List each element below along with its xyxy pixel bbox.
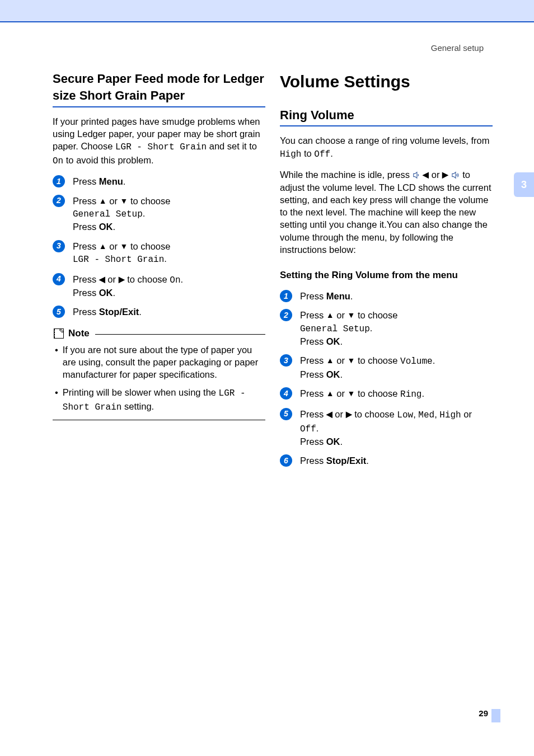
- step-text: Press ◀ or ▶ to choose On. Press OK.: [73, 273, 265, 299]
- bold: OK: [326, 369, 340, 379]
- right-p1: You can choose a range of ring volume le…: [280, 134, 493, 161]
- text: Press: [73, 222, 99, 232]
- text: Press: [73, 288, 99, 298]
- text: to adjust the volume level. The LCD show…: [280, 170, 491, 255]
- right-column: Volume Settings Ring Volume You can choo…: [280, 67, 493, 473]
- list-item: 4 Press ▲ or ▼ to choose Ring.: [280, 387, 493, 401]
- text: .: [421, 388, 424, 398]
- text: .: [366, 456, 369, 466]
- bullet-icon: •: [55, 386, 58, 414]
- text: to choose: [355, 310, 397, 320]
- code: On: [53, 156, 63, 166]
- code: On: [170, 275, 180, 285]
- text: Press: [73, 274, 99, 284]
- text: to choose: [128, 196, 170, 206]
- text: Press: [73, 176, 99, 186]
- text: .: [433, 355, 435, 365]
- text: .: [113, 288, 116, 298]
- step-text: Press Menu.: [73, 175, 265, 187]
- step-bullet-5: 5: [280, 408, 292, 420]
- code: Off: [314, 149, 330, 159]
- step-bullet-2: 2: [53, 195, 65, 207]
- text: .: [123, 176, 126, 186]
- svg-marker-1: [452, 172, 456, 179]
- text: .: [340, 336, 343, 346]
- list-item: 5 Press Stop/Exit.: [53, 306, 265, 318]
- header-category: General setup: [0, 43, 484, 54]
- list-item: 4 Press ◀ or ▶ to choose On. Press OK.: [53, 273, 265, 299]
- step-text: Press Stop/Exit.: [73, 306, 265, 318]
- code: Volume: [400, 356, 433, 367]
- up-arrow-icon: ▲: [99, 197, 107, 205]
- bold: OK: [326, 336, 340, 346]
- page: General setup 3 Secure Paper Feed mode f…: [0, 0, 534, 756]
- text: You can choose a range of ring volume le…: [280, 135, 490, 145]
- text: Press: [300, 369, 326, 379]
- text: Press: [300, 388, 326, 398]
- list-item: 2 Press ▲ or ▼ to choose General Setup. …: [280, 309, 493, 348]
- text: .: [340, 436, 343, 447]
- text: to choose: [355, 388, 400, 398]
- bold: Menu: [326, 291, 350, 301]
- right-title: Volume Settings: [280, 71, 493, 93]
- list-item: 3 Press ▲ or ▼ to choose LGR - Short Gra…: [53, 240, 265, 266]
- text: Press: [300, 336, 326, 346]
- code: LGR - Short Grain: [115, 142, 207, 152]
- text: or: [334, 355, 348, 365]
- up-arrow-icon: ▲: [326, 311, 334, 319]
- note-icon: [54, 328, 64, 339]
- bold: OK: [99, 288, 113, 298]
- step-bullet-3: 3: [53, 240, 65, 252]
- bold: Stop/Exit: [326, 456, 367, 466]
- step-bullet-5: 5: [53, 306, 65, 318]
- text: or: [432, 170, 442, 180]
- text: Press: [300, 456, 326, 466]
- note-header: Note: [54, 327, 265, 340]
- right-arrow-icon: ▶: [442, 171, 448, 179]
- corner-decoration: [491, 709, 500, 722]
- step-text: Press ▲ or ▼ to choose Volume. Press OK.: [300, 354, 493, 381]
- code: Off: [300, 424, 316, 434]
- top-band: [0, 0, 534, 22]
- text: .: [113, 222, 116, 232]
- text: Press: [300, 409, 326, 419]
- step-text: Press ▲ or ▼ to choose Ring.: [300, 387, 493, 401]
- code: LGR - Short Grain: [73, 255, 164, 265]
- content: Secure Paper Feed mode for Ledger size S…: [0, 54, 534, 473]
- code: Ring: [400, 389, 421, 400]
- list-item: 1 Press Menu.: [280, 290, 493, 302]
- text: to avoid this problem.: [63, 155, 153, 165]
- text: to choose: [355, 355, 400, 365]
- right-p2: While the machine is idle, press ◀ or ▶ …: [280, 168, 493, 256]
- text: .: [181, 274, 184, 284]
- code: General Setup: [300, 324, 370, 334]
- text: Printing will be slower when using the L…: [63, 386, 265, 414]
- down-arrow-icon: ▼: [347, 356, 355, 364]
- text: or: [334, 310, 348, 320]
- side-tab: 3: [514, 172, 534, 197]
- step-bullet-1: 1: [280, 290, 292, 302]
- code: Low: [397, 410, 413, 420]
- down-arrow-icon: ▼: [120, 197, 128, 205]
- text: .: [316, 423, 319, 433]
- text: Press: [300, 436, 326, 447]
- list-item: 2 Press ▲ or ▼ to choose General Setup. …: [53, 195, 265, 233]
- text: or: [105, 274, 119, 284]
- right-arrow-icon: ▶: [119, 275, 125, 283]
- page-number: 29: [479, 708, 488, 719]
- step-text: Press Menu.: [300, 290, 493, 302]
- step-text: Press ▲ or ▼ to choose LGR - Short Grain…: [73, 240, 265, 266]
- text: to: [301, 148, 314, 158]
- left-intro: If your printed pages have smudge proble…: [53, 115, 265, 168]
- text: While the machine is idle, press: [280, 170, 413, 180]
- text: If you are not sure about the type of pa…: [63, 344, 265, 381]
- up-arrow-icon: ▲: [326, 389, 334, 397]
- left-arrow-icon: ◀: [99, 275, 105, 283]
- text: and set it to: [207, 141, 257, 151]
- code: High: [439, 410, 461, 420]
- note-rule: [95, 334, 265, 335]
- text: Press: [73, 241, 99, 251]
- step-text: Press Stop/Exit.: [300, 454, 493, 467]
- text: or: [332, 409, 346, 419]
- text: ,: [413, 409, 418, 419]
